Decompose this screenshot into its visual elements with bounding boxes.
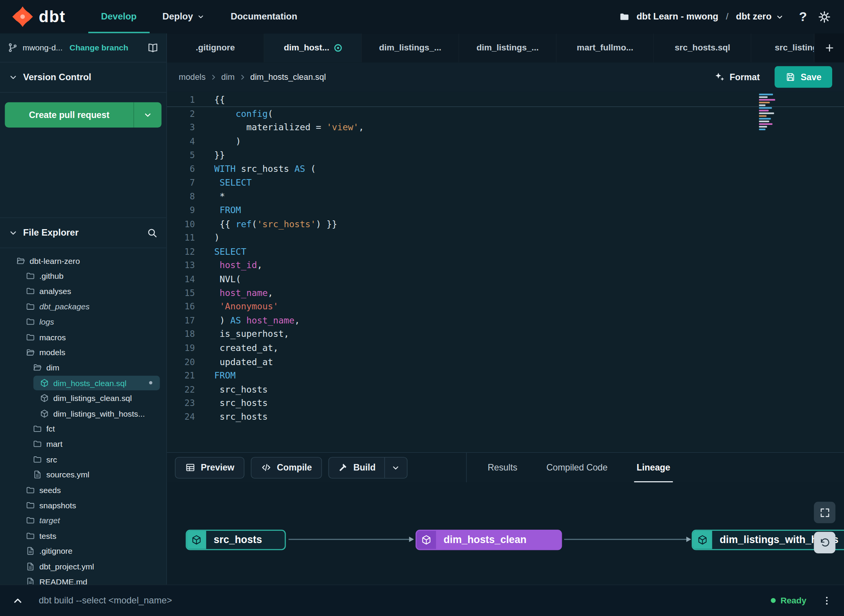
code-token: is_superhost, [214,329,289,340]
file-tree-item-models[interactable]: models [0,345,167,360]
file-tree-item-dbt-learn-zero[interactable]: dbt-learn-zero [0,253,167,268]
file-tree-item-logs[interactable]: logs [0,314,167,330]
file-tree-item-tests[interactable]: tests [0,528,167,543]
code-token: FROM [220,205,241,215]
dbt-logo[interactable]: dbt [12,6,65,27]
build-button[interactable]: Build [329,457,384,478]
docs-book-icon[interactable] [147,42,159,53]
build-dropdown[interactable] [384,457,407,478]
file-tree-item-dbt-packages[interactable]: dbt_packages [0,299,167,314]
line-number: 14 [167,274,195,284]
kebab-menu-icon[interactable] [821,595,832,606]
code-editor[interactable]: 1{{2 config(3 materialized = 'view',4 )5… [167,92,844,452]
new-tab-button[interactable] [814,33,844,62]
code-token: ( [268,109,273,119]
panel-tab-compiled-code[interactable]: Compiled Code [532,453,622,482]
tab-dim-host[interactable]: dim_host... [264,33,362,62]
cube-icon [40,394,49,403]
minimap-line [759,113,774,114]
tab-dim-listings[interactable]: dim_listings_... [459,33,556,62]
file-tree-item-dim-hosts-clean-sql[interactable]: dim_hosts_clean.sql [0,375,167,391]
panel-tab-lineage[interactable]: Lineage [622,453,685,482]
change-branch-link[interactable]: Change branch [70,43,128,52]
help-icon[interactable]: ? [799,9,807,24]
project-name[interactable]: dbt Learn - mwong [637,11,718,22]
save-label: Save [801,72,821,82]
code-token: created_at, [214,343,278,353]
create-pr-dropdown[interactable] [134,102,162,128]
file-tree-label: dbt_packages [39,302,90,311]
fullscreen-button[interactable] [814,502,835,523]
code-line: 5}} [167,148,844,162]
file-explorer-header[interactable]: File Explorer [0,218,167,248]
tab-mart-fullmo[interactable]: mart_fullmo... [556,33,654,62]
lineage-node-dim-hosts-clean[interactable]: dim_hosts_clean [416,530,562,550]
editor-actions: Format Save [714,66,832,87]
breadcrumb-item-dim[interactable]: dim [221,72,234,82]
command-input[interactable]: dbt build --select <model_name> [39,595,172,606]
code-line: 15 host_name, [167,286,844,300]
reset-view-button[interactable] [814,532,835,553]
code-token: AS [230,315,241,326]
code-text: src_hosts [195,412,268,422]
file-tree-item-sources-yml[interactable]: sources.yml [0,467,167,482]
search-icon[interactable] [147,228,158,238]
file-tree-item-readme-md[interactable]: README.md [0,574,167,585]
breadcrumb-item-dim-hosts-clean-sql[interactable]: dim_hosts_clean.sql [250,72,326,82]
breadcrumb: modelsdimdim_hosts_clean.sql [179,72,326,82]
settings-gear-icon[interactable] [818,10,831,23]
file-tree-item-mart[interactable]: mart [0,437,167,452]
create-pull-request-button[interactable]: Create pull request [5,102,162,128]
file-tree-item-fct[interactable]: fct [0,421,167,437]
nav-develop[interactable]: Develop [88,0,150,33]
file-tree-item-gitignore[interactable]: .gitignore [0,543,167,559]
code-text: materialized = 'view', [195,123,364,133]
tab-dim-listings[interactable]: dim_listings_... [362,33,459,62]
chevron-up-icon[interactable] [12,595,24,606]
preview-button[interactable]: Preview [175,457,244,478]
save-button[interactable]: Save [775,66,832,87]
panel-tab-results[interactable]: Results [473,453,532,482]
folder-icon [33,440,42,449]
line-number: 17 [167,315,195,326]
panel-tabs: ResultsCompiled CodeLineage [473,453,685,482]
code-text: created_at, [195,343,278,353]
compile-button[interactable]: Compile [251,457,322,478]
file-tree-item-dim[interactable]: dim [0,360,167,375]
minimap[interactable] [759,94,779,130]
code-line: 13 host_id, [167,259,844,272]
breadcrumb-item-models[interactable]: models [179,72,205,82]
top-bar: dbt Develop Deploy Documentation dbt Lea… [0,0,844,33]
code-token: src_hosts [214,384,268,394]
file-tree-label: tests [39,531,57,540]
minimap-line [759,110,768,112]
code-line: 11) [167,231,844,245]
file-tree-item-macros[interactable]: macros [0,330,167,345]
file-tree-item-dim-listings-with-hosts[interactable]: dim_listings_with_hosts... [0,406,167,421]
format-button[interactable]: Format [714,71,760,82]
code-token: host_id [220,260,257,270]
file-tree-item-analyses[interactable]: analyses [0,283,167,299]
file-tree-item-snapshots[interactable]: snapshots [0,498,167,513]
file-tree-item-dbt-project-yml[interactable]: dbt_project.yml [0,559,167,574]
code-text: host_name, [195,288,273,298]
nav-documentation[interactable]: Documentation [218,0,310,33]
code-text: {{ ref('src_hosts') }} [195,219,337,229]
file-tree-item-github[interactable]: .github [0,268,167,283]
code-text: {{ [195,95,225,105]
lineage-canvas[interactable]: src_hostsdim_hosts_cleandim_listings_wit… [167,482,844,585]
version-control-header[interactable]: Version Control [0,63,167,93]
file-tree-item-dim-listings-clean-sql[interactable]: dim_listings_clean.sql [0,391,167,406]
tab-src-hosts-sql[interactable]: src_hosts.sql [654,33,752,62]
lineage-node-src-hosts[interactable]: src_hosts [186,530,286,550]
file-tree-item-seeds[interactable]: seeds [0,482,167,498]
nav-deploy[interactable]: Deploy [150,0,218,33]
code-text: ) [195,233,220,243]
tab-gitignore[interactable]: .gitignore [167,33,264,62]
file-tree-item-target[interactable]: target [0,513,167,528]
code-token: ) }} [316,219,337,229]
code-token: config [236,109,268,119]
file-tree-item-src[interactable]: src [0,452,167,467]
file-tree-label: dbt_project.yml [39,562,94,571]
environment-selector[interactable]: dbt zero [736,11,784,22]
